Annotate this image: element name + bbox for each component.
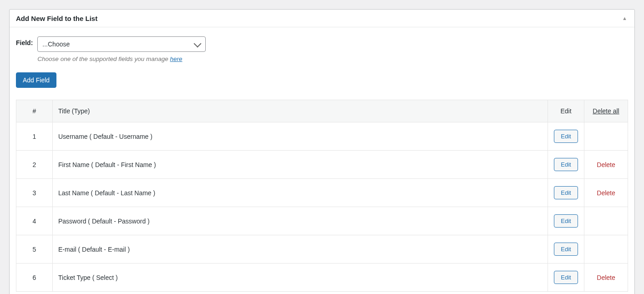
row-delete-cell: Delete [584,264,628,292]
edit-button[interactable]: Edit [554,243,578,256]
delete-all-link[interactable]: Delete all [593,107,619,115]
row-edit-cell: Edit [548,207,584,235]
row-delete-cell [584,122,628,151]
panel-body: Field: ...Choose Choose one of the suppo… [10,27,634,294]
add-field-panel: Add New Field to the List ▲ Field: ...Ch… [9,9,635,294]
table-row: 6Ticket Type ( Select )EditDelete [16,264,628,292]
delete-link[interactable]: Delete [597,189,615,197]
row-delete-cell [584,235,628,264]
row-num: 3 [16,179,53,207]
table-row: 5E-mail ( Default - E-mail )Edit [16,235,628,264]
row-title: E-mail ( Default - E-mail ) [53,235,548,264]
table-row: 4Password ( Default - Password )Edit [16,207,628,235]
edit-button[interactable]: Edit [554,130,578,143]
row-num: 4 [16,207,53,235]
field-row: Field: ...Choose Choose one of the suppo… [16,36,628,62]
row-title: Password ( Default - Password ) [53,207,548,235]
col-header-num: # [16,100,53,122]
field-select-wrap: ...Choose Choose one of the supported fi… [37,36,206,62]
row-num: 5 [16,235,53,264]
field-label: Field: [16,36,33,46]
field-select[interactable]: ...Choose [37,36,206,52]
row-edit-cell: Edit [548,235,584,264]
edit-button[interactable]: Edit [554,186,578,199]
field-hint: Choose one of the supported fields you m… [37,56,206,62]
row-edit-cell: Edit [548,122,584,151]
col-header-title: Title (Type) [53,100,548,122]
table-row: 1Username ( Default - Username )Edit [16,122,628,151]
edit-button[interactable]: Edit [554,271,578,284]
delete-link[interactable]: Delete [597,274,615,281]
delete-link[interactable]: Delete [597,161,615,168]
col-header-delete-all: Delete all [584,100,628,122]
row-title: Ticket Type ( Select ) [53,264,548,292]
collapse-icon[interactable]: ▲ [621,14,628,22]
row-delete-cell [584,207,628,235]
row-num: 6 [16,264,53,292]
row-title: Username ( Default - Username ) [53,122,548,151]
fields-table: # Title (Type) Edit Delete all 1Username… [16,100,628,292]
panel-title: Add New Field to the List [16,15,97,22]
panel-header: Add New Field to the List ▲ [10,10,634,27]
field-hint-text: Choose one of the supported fields you m… [37,56,170,62]
table-header-row: # Title (Type) Edit Delete all [16,100,628,122]
row-num: 2 [16,151,53,179]
table-row: 3Last Name ( Default - Last Name )EditDe… [16,179,628,207]
table-row: 2First Name ( Default - First Name )Edit… [16,151,628,179]
edit-button[interactable]: Edit [554,158,578,171]
add-field-button[interactable]: Add Field [16,72,56,88]
row-num: 1 [16,122,53,151]
row-delete-cell: Delete [584,151,628,179]
edit-button[interactable]: Edit [554,214,578,228]
row-delete-cell: Delete [584,179,628,207]
row-edit-cell: Edit [548,151,584,179]
field-hint-link[interactable]: here [170,56,183,62]
row-edit-cell: Edit [548,179,584,207]
row-title: Last Name ( Default - Last Name ) [53,179,548,207]
col-header-edit: Edit [548,100,584,122]
row-edit-cell: Edit [548,264,584,292]
row-title: First Name ( Default - First Name ) [53,151,548,179]
